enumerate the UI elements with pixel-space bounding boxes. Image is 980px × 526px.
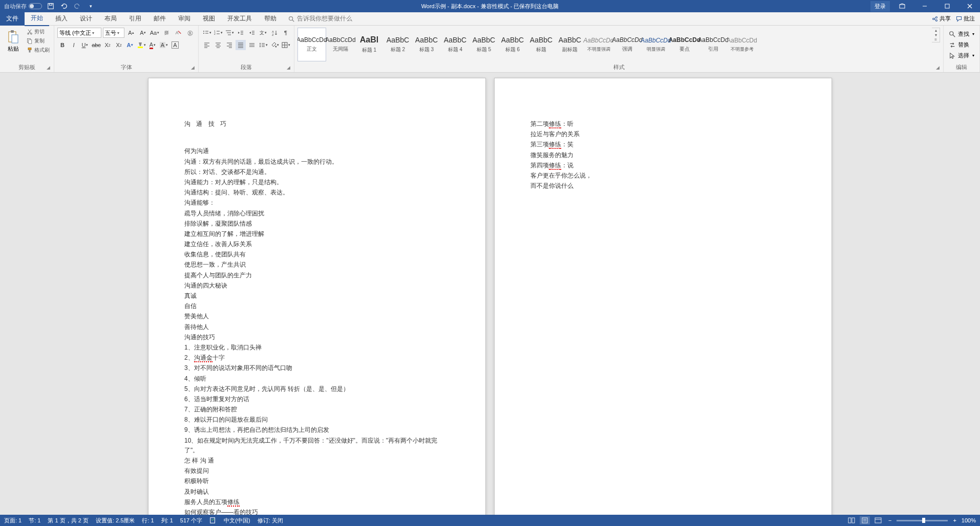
tell-me-search[interactable]: 告诉我你想要做什么 xyxy=(283,14,352,23)
document-line[interactable]: 沟通能力：对人的理解，只是结构。 xyxy=(184,178,450,187)
document-line[interactable]: 沟通的四大秘诀 xyxy=(184,281,450,291)
font-color-button[interactable]: A xyxy=(147,40,158,50)
zoom-level[interactable]: 100% xyxy=(962,517,976,523)
italic-button[interactable]: I xyxy=(69,40,79,50)
document-line[interactable]: 6、适当时重复对方的话 xyxy=(184,394,450,404)
document-line[interactable]: 有效提问 xyxy=(184,466,450,476)
styles-gallery-scroll[interactable]: ▴ ▾ ≡ xyxy=(932,28,940,42)
style-item-title[interactable]: AaBbC 标题 xyxy=(527,28,556,61)
document-line[interactable]: 服务人员的五项修练 xyxy=(184,497,450,507)
tab-home[interactable]: 开始 xyxy=(25,11,49,26)
style-item-quote[interactable]: AaBbCcDd 引用 xyxy=(699,28,728,61)
tab-design[interactable]: 设计 xyxy=(74,12,98,26)
status-words[interactable]: 517 个字 xyxy=(180,517,202,524)
document-line[interactable]: 2、沟通金十字 xyxy=(184,353,450,363)
show-marks-button[interactable]: ¶ xyxy=(281,28,291,38)
page-1[interactable]: 沟 通 技 巧 何为沟通沟通：双方有共同的话题，最后达成共识，一致的行动。所以：… xyxy=(148,78,486,515)
document-line[interactable]: 真诚 xyxy=(184,291,450,301)
style-item-subtle-ref[interactable]: AaBbCcDd 不明显参考 xyxy=(728,28,756,61)
minimize-icon[interactable] xyxy=(914,0,935,12)
document-line[interactable]: 1、注意职业化，取消口头禅 xyxy=(184,343,450,353)
strikethrough-button[interactable]: abc xyxy=(91,40,101,50)
document-line[interactable]: 3、对不同的说话对象用不同的语气口吻 xyxy=(184,363,450,373)
replace-button[interactable]: 替换 xyxy=(947,40,976,49)
maximize-icon[interactable] xyxy=(937,0,957,12)
qat-more-icon[interactable]: ▾ xyxy=(86,2,95,11)
style-item-subtitle[interactable]: AaBbC 副标题 xyxy=(556,28,584,61)
document-line[interactable]: 何为沟通 xyxy=(184,146,450,156)
autosave-toggle[interactable]: 自动保存 xyxy=(4,3,42,10)
tab-layout[interactable]: 布局 xyxy=(98,12,123,26)
page-2[interactable]: 第二项修练：听拉近与客户的关系第三项修练：笑微笑服务的魅力第四项修练：说客户更在… xyxy=(494,78,832,515)
document-line[interactable]: 建立信任，改善人际关系 xyxy=(184,239,450,249)
document-line[interactable]: 沟 通 技 巧 xyxy=(184,119,450,129)
status-line[interactable]: 行: 1 xyxy=(142,517,154,524)
phonetic-guide-button[interactable]: 拼 xyxy=(161,28,172,38)
document-line[interactable]: 拉近与客户的关系 xyxy=(530,129,796,139)
font-name-combo[interactable]: 等线 (中文正▾ xyxy=(57,28,101,38)
change-case-button[interactable]: Aa xyxy=(150,28,160,38)
decrease-indent-button[interactable] xyxy=(236,28,246,38)
paragraph-dialog-launcher[interactable]: ◢ xyxy=(287,65,293,71)
decrease-font-button[interactable]: A▾ xyxy=(138,28,148,38)
status-track[interactable]: 修订: 关闭 xyxy=(258,517,283,524)
text-effects-button[interactable]: A xyxy=(125,40,135,50)
document-line[interactable]: 第三项修练：笑 xyxy=(530,140,796,149)
document-line[interactable]: 积极聆听 xyxy=(184,476,450,486)
align-right-button[interactable] xyxy=(224,40,235,50)
styles-dialog-launcher[interactable]: ◢ xyxy=(936,65,942,71)
tab-insert[interactable]: 插入 xyxy=(49,12,74,26)
style-item-emphasis[interactable]: AaBbCcDd 强调 xyxy=(613,28,642,61)
ribbon-display-options-icon[interactable] xyxy=(892,0,912,12)
style-item-heading6[interactable]: AaBbC 标题 6 xyxy=(498,28,527,61)
status-section[interactable]: 节: 1 xyxy=(29,517,40,524)
document-line[interactable]: 疏导人员情绪，消除心理困扰 xyxy=(184,209,450,218)
zoom-slider[interactable] xyxy=(897,520,948,521)
status-column[interactable]: 列: 1 xyxy=(161,517,173,524)
document-line[interactable] xyxy=(184,136,450,146)
document-line[interactable]: 收集信息，使团队共有 xyxy=(184,250,450,259)
status-proof-icon[interactable] xyxy=(209,517,217,524)
document-line[interactable]: 7、正确的附和答腔 xyxy=(184,405,450,414)
document-line[interactable]: 赞美他人 xyxy=(184,312,450,321)
status-page-of[interactable]: 第 1 页，共 2 页 xyxy=(48,517,88,524)
document-line[interactable]: 如何观察客户——看的技巧 xyxy=(184,508,450,515)
sort-button[interactable]: AZ xyxy=(269,28,280,38)
style-item-heading3[interactable]: AaBbC 标题 3 xyxy=(412,28,441,61)
superscript-button[interactable]: X2 xyxy=(114,40,124,50)
multilevel-button[interactable] xyxy=(224,28,235,38)
font-dialog-launcher[interactable]: ◢ xyxy=(191,65,197,71)
status-page[interactable]: 页面: 1 xyxy=(4,517,22,524)
document-line[interactable]: 客户更在乎你怎么说， xyxy=(530,171,796,181)
style-item-heading2[interactable]: AaBbC 标题 2 xyxy=(384,28,412,61)
document-line[interactable]: 8、难以开口的问题放在最后问 xyxy=(184,415,450,425)
align-center-button[interactable] xyxy=(213,40,223,50)
tab-file[interactable]: 文件 xyxy=(0,12,25,26)
line-spacing-button[interactable] xyxy=(258,40,268,50)
document-line[interactable]: 沟通：双方有共同的话题，最后达成共识，一致的行动。 xyxy=(184,157,450,167)
zoom-in-button[interactable]: + xyxy=(951,517,958,523)
status-language[interactable]: 中文(中国) xyxy=(224,517,250,524)
increase-font-button[interactable]: A▴ xyxy=(126,28,136,38)
gallery-expand-icon[interactable]: ≡ xyxy=(932,37,940,42)
document-line[interactable]: 善待他人 xyxy=(184,322,450,332)
clipboard-dialog-launcher[interactable]: ◢ xyxy=(47,65,53,71)
select-button[interactable]: 选择▾ xyxy=(947,51,976,60)
document-line[interactable]: 沟通结构：提问、聆听、观察、表达。 xyxy=(184,188,450,198)
document-line[interactable]: 怎 样 沟 通 xyxy=(184,456,450,466)
document-line[interactable]: 4、倾听 xyxy=(184,374,450,384)
format-painter-button[interactable]: 格式刷 xyxy=(26,46,51,54)
document-line[interactable]: 建立相互间的了解，增进理解 xyxy=(184,229,450,239)
document-line[interactable]: 微笑服务的魅力 xyxy=(530,150,796,160)
clear-format-button[interactable]: A xyxy=(173,28,183,38)
increase-indent-button[interactable] xyxy=(247,28,257,38)
document-line[interactable]: 所以：对话、交谈都不是沟通。 xyxy=(184,167,450,177)
justify-button[interactable] xyxy=(236,40,246,50)
tab-help[interactable]: 帮助 xyxy=(258,12,283,26)
font-size-combo[interactable]: 五号▾ xyxy=(103,28,124,38)
cut-button[interactable]: 剪切 xyxy=(26,28,51,36)
bullets-button[interactable] xyxy=(202,28,212,38)
document-line[interactable]: 提高个人与团队的生产力 xyxy=(184,271,450,280)
style-item-intense-emphasis[interactable]: AaBbCcDd 明显强调 xyxy=(642,28,670,61)
gallery-down-icon[interactable]: ▾ xyxy=(932,33,940,37)
